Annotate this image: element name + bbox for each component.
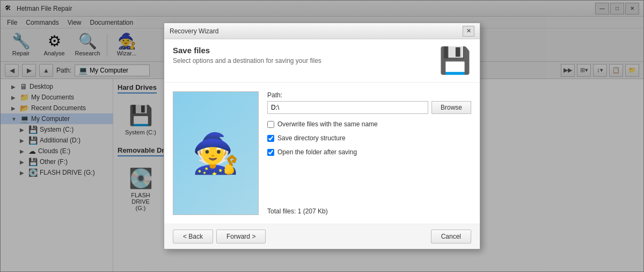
footer-left-buttons: < Back Forward > [173,230,266,244]
wizard-illustration: 🧙 [173,91,259,215]
save-structure-checkbox[interactable] [267,135,274,142]
path-textbox[interactable] [267,101,428,114]
path-row: 🧙 Path: Browse Overwrite files with the … [173,91,471,215]
browse-button[interactable]: Browse [431,101,471,114]
path-field-label: Path: [267,91,471,99]
recovery-wizard-dialog: Recovery Wizard ✕ Save files Select opti… [164,23,480,249]
back-button[interactable]: < Back [173,230,213,244]
dialog-close-button[interactable]: ✕ [463,26,474,37]
cancel-button[interactable]: Cancel [431,230,471,244]
path-field-row: Browse [267,101,471,114]
open-folder-label: Open the folder after saving [277,148,357,156]
dialog-titlebar: Recovery Wizard ✕ [164,23,480,39]
total-files: Total files: 1 (207 Kb) [267,207,471,215]
dialog-overlay: Recovery Wizard ✕ Save files Select opti… [0,0,644,272]
overwrite-checkbox[interactable] [267,121,274,128]
dialog-header-title: Save files [173,46,321,55]
dialog-footer: < Back Forward > Cancel [164,224,480,249]
dialog-title: Recovery Wizard [170,27,463,35]
save-icon: 💾 [439,46,471,76]
dialog-header: Save files Select options and a destinat… [164,39,480,83]
open-folder-checkbox[interactable] [267,149,274,156]
wizard-figure: 🧙 [192,134,240,173]
open-folder-checkbox-row[interactable]: Open the folder after saving [267,148,471,156]
overwrite-checkbox-row[interactable]: Overwrite files with the same name [267,120,471,128]
overwrite-label: Overwrite files with the same name [277,120,378,128]
save-structure-checkbox-row[interactable]: Save directory structure [267,134,471,142]
save-structure-label: Save directory structure [277,134,346,142]
dialog-header-subtitle: Select options and a destination for sav… [173,57,321,65]
dialog-body: 🧙 Path: Browse Overwrite files with the … [164,83,480,224]
dialog-header-text: Save files Select options and a destinat… [173,46,321,65]
form-section: Path: Browse Overwrite files with the sa… [267,91,471,215]
path-field-group: Path: Browse [267,91,471,114]
forward-button[interactable]: Forward > [216,230,266,244]
